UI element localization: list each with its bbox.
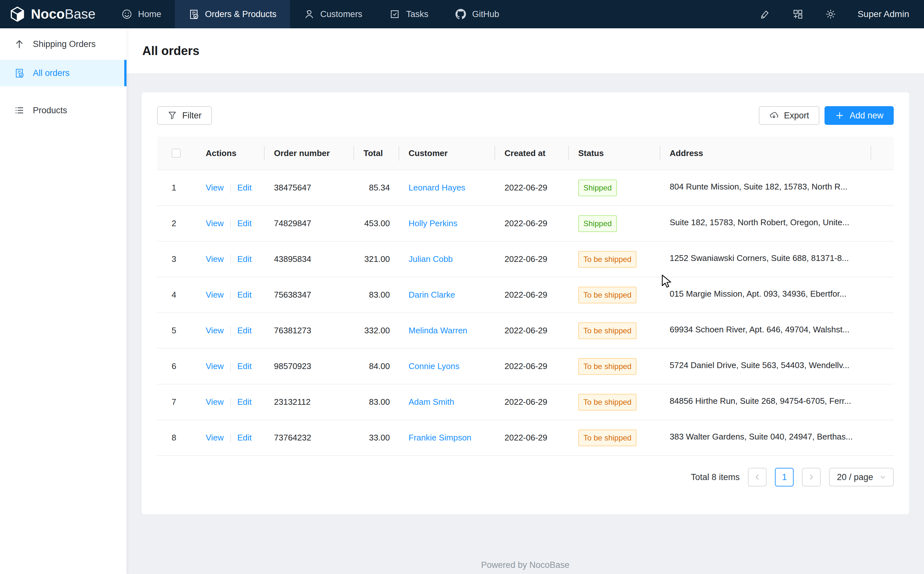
table-row: 6 ViewEdit 98570923 84.00 Connie Lyons 2… [157,348,894,384]
column-header-total: Total [354,137,399,170]
order-number: 73764232 [274,433,311,442]
sidebar-item-label: Products [33,106,67,115]
nav-item-orders-products[interactable]: Orders & Products [175,0,290,28]
action-divider [230,184,231,193]
next-page-button[interactable] [802,468,821,486]
nav-item-customers[interactable]: Customers [290,0,376,28]
table-row: 3 ViewEdit 43895834 321.00 Julian Cobb 2… [157,241,894,277]
customer-link[interactable]: Leonard Hayes [409,183,465,192]
nocobase-cube-icon [9,6,26,22]
view-link[interactable]: View [206,290,224,300]
customer-link[interactable]: Adam Smith [409,397,454,407]
edit-link[interactable]: Edit [237,433,252,442]
address-text: 69934 Schoen River, Apt. 646, 49704, Wal… [670,325,849,334]
status-badge: To be shipped [578,429,637,446]
view-link[interactable]: View [206,218,224,228]
created-at: 2022-06-29 [504,290,547,300]
view-link[interactable]: View [206,326,224,335]
nav-item-home[interactable]: Home [108,0,175,28]
add-new-button[interactable]: Add new [824,106,894,125]
edit-link[interactable]: Edit [237,290,252,300]
order-total: 83.00 [369,397,390,407]
row-index: 2 [172,218,176,228]
order-number: 74829847 [274,218,311,228]
customer-link[interactable]: Melinda Warren [409,326,468,335]
address-text: 015 Margie Mission, Apt. 093, 34936, Ebe… [670,289,847,299]
edit-link[interactable]: Edit [237,397,252,407]
column-header-created-at: Created at [495,137,569,170]
orders-table-block: Filter Export Add new [142,92,909,514]
address-text: 5724 Daniel Drive, Suite 563, 54403, Wen… [670,360,849,371]
address-text: Suite 182, 15783, North Robert, Oregon, … [670,218,849,227]
page-size-select[interactable]: 20 / page [829,468,894,486]
status-badge: To be shipped [578,358,637,375]
table-row: 4 ViewEdit 75638347 83.00 Darin Clarke 2… [157,277,894,313]
view-link[interactable]: View [206,397,224,407]
cloud-download-icon [769,111,779,120]
customer-link[interactable]: Connie Lyons [409,361,460,371]
pagination-total: Total 8 items [691,472,740,482]
column-header-status: Status [569,137,660,170]
created-at: 2022-06-29 [504,433,547,442]
created-at: 2022-06-29 [504,326,547,335]
user-menu[interactable]: Super Admin [858,9,909,19]
export-button[interactable]: Export [759,106,819,125]
order-total: 453.00 [364,218,390,228]
order-number: 76381273 [274,326,311,335]
previous-page-button[interactable] [748,468,766,486]
view-link[interactable]: View [206,183,224,192]
status-badge: To be shipped [578,287,637,303]
sidebar-item-products[interactable]: Products [0,97,126,123]
view-link[interactable]: View [206,361,224,371]
gear-icon[interactable] [825,8,836,20]
page-number-button[interactable]: 1 [775,468,794,486]
nav-item-label: Home [138,9,161,19]
nav-item-label: Customers [320,9,363,19]
action-divider [230,326,231,336]
sidebar-item-shipping-orders[interactable]: Shipping Orders [0,31,126,57]
file-done-icon [188,9,199,20]
order-number: 23132112 [274,397,311,407]
edit-link[interactable]: Edit [237,183,252,192]
edit-link[interactable]: Edit [237,326,252,335]
row-index: 6 [172,361,176,371]
table-header-row: Actions Order number Total Customer Crea… [157,137,894,170]
nav-right-actions: Super Admin [759,0,924,28]
filter-icon [167,111,177,120]
status-badge: To be shipped [578,322,637,339]
address-text: 1252 Swaniawski Corners, Suite 688, 8137… [670,253,849,263]
chevron-right-icon [808,474,815,481]
edit-link[interactable]: Edit [237,361,252,371]
edit-link[interactable]: Edit [237,218,252,228]
address-text: 383 Walter Gardens, Suite 040, 24947, Be… [670,432,853,442]
highlighter-icon[interactable] [759,8,771,20]
customer-link[interactable]: Frankie Simpson [409,433,471,442]
customer-link[interactable]: Darin Clarke [409,290,455,300]
action-divider [230,362,231,371]
created-at: 2022-06-29 [504,183,547,192]
smiley-icon [122,9,132,20]
filter-button[interactable]: Filter [157,106,212,125]
nav-item-label: Orders & Products [205,9,276,19]
select-all-checkbox[interactable] [172,149,181,158]
table-row: 2 ViewEdit 74829847 453.00 Holly Perkins… [157,206,894,241]
row-index: 4 [172,290,176,300]
nav-item-tasks[interactable]: Tasks [376,0,442,28]
status-badge: Shipped [578,215,617,232]
nav-item-github[interactable]: GitHub [442,0,513,28]
table-row: 1 ViewEdit 38475647 85.34 Leonard Hayes … [157,170,894,206]
order-number: 98570923 [274,361,311,371]
action-divider [230,434,231,443]
customer-link[interactable]: Holly Perkins [409,218,458,228]
nocobase-logo[interactable]: NocoBase [0,0,108,28]
edit-link[interactable]: Edit [237,254,252,264]
order-total: 84.00 [369,361,390,371]
customer-link[interactable]: Julian Cobb [409,254,453,264]
view-link[interactable]: View [206,254,224,264]
sidebar-item-all-orders[interactable]: All orders [0,60,126,86]
appstore-add-icon[interactable] [792,8,804,20]
table-row: 8 ViewEdit 73764232 33.00 Frankie Simpso… [157,420,894,456]
address-text: 804 Runte Mission, Suite 182, 15783, Nor… [670,182,847,192]
page-header: All orders [126,28,924,73]
view-link[interactable]: View [206,433,224,442]
